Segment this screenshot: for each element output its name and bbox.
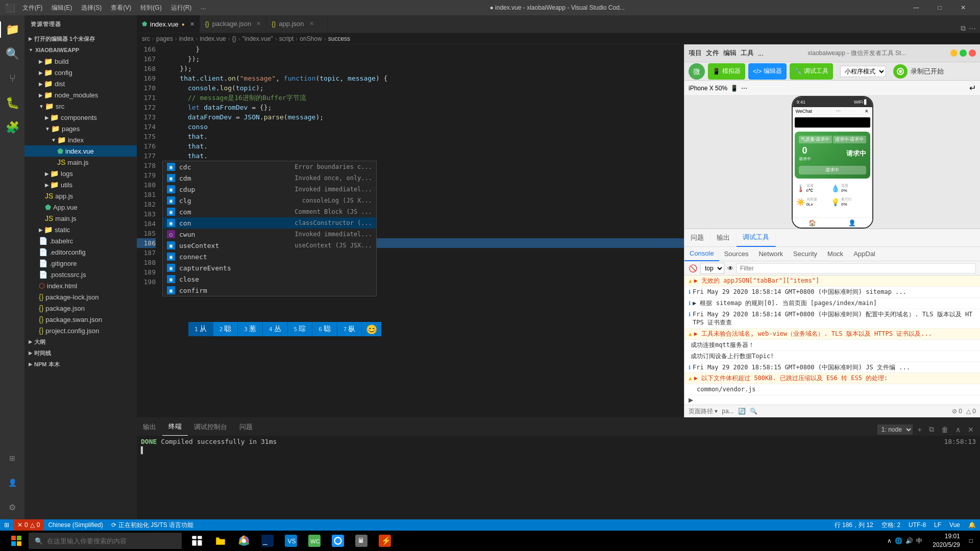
ime-item-3[interactable]: 3葱 xyxy=(238,322,263,336)
console-tab[interactable]: Console xyxy=(684,247,719,261)
mock-tab[interactable]: Mock xyxy=(822,247,848,261)
outline-header[interactable]: ▶大纲 xyxy=(24,336,137,347)
ac-item-cwun[interactable]: ○ cwun Invoked immediatel... xyxy=(163,229,376,240)
terminal-select[interactable]: 1: node xyxy=(877,424,913,435)
reload-icon[interactable]: 🔄 xyxy=(738,408,746,415)
ac-item-captureevents[interactable]: ▣ captureEvents xyxy=(163,262,376,273)
wechat-menu-tools[interactable]: 工具 xyxy=(741,48,754,58)
file-gitignore[interactable]: 📄.gitignore xyxy=(24,258,137,269)
add-terminal-icon[interactable]: + xyxy=(916,423,924,436)
network-tray[interactable]: 🌐 xyxy=(895,537,902,544)
activity-remote[interactable]: ⊞ xyxy=(0,446,24,470)
minimize-button[interactable]: — xyxy=(904,0,928,15)
folder-pages[interactable]: ▼📁pages xyxy=(24,123,137,134)
activity-extensions[interactable]: 🧩 xyxy=(0,115,24,140)
app7-taskbar[interactable] xyxy=(327,531,349,551)
remote-indicator[interactable]: ⊞ xyxy=(0,519,13,531)
collapse-panel-icon[interactable]: ∧ xyxy=(953,423,963,436)
menu-bar[interactable]: 文件(F) 编辑(E) 选择(S) 查看(V) 转到(G) 运行(R) ... xyxy=(18,3,210,13)
tab-index-vue[interactable]: ⬟ index.vue ● ✕ xyxy=(137,15,200,33)
chrome-taskbar[interactable] xyxy=(233,531,255,551)
ime-item-7[interactable]: 7枞 xyxy=(337,322,362,336)
autocomplete-dropdown[interactable]: ▣ cdc Error boundaries c... ▣ cdm Invoke… xyxy=(162,161,377,296)
menu-select[interactable]: 选择(S) xyxy=(77,3,106,13)
taskview-icon[interactable] xyxy=(186,531,208,551)
more-options[interactable]: ⋯ xyxy=(741,85,747,92)
console-filter[interactable] xyxy=(737,263,976,273)
open-editors-header[interactable]: ▶ 打开的编辑器 1个未保存 xyxy=(24,33,137,44)
panel-tab-debug-console[interactable]: 调试控制台 xyxy=(188,418,233,436)
wechat-close[interactable] xyxy=(969,49,976,57)
file-app-js[interactable]: JSapp.js xyxy=(24,190,137,202)
file-index-html[interactable]: ⬡index.html xyxy=(24,280,137,291)
line-ending[interactable]: LF xyxy=(930,519,945,531)
powershell-taskbar[interactable]: _ xyxy=(256,531,279,551)
debug-btn[interactable]: 🔧 调试工具 xyxy=(790,63,833,80)
terminal-content[interactable]: DONE Compiled successfully in 31ms 18:58… xyxy=(137,436,980,519)
ac-item-confirm[interactable]: ▣ confirm xyxy=(163,285,376,296)
tab-actions[interactable]: ⧉ ⋯ xyxy=(957,24,980,33)
file-app-vue[interactable]: ⬟App.vue xyxy=(24,202,137,213)
file-project-config[interactable]: {}project.config.json xyxy=(24,325,137,336)
delete-terminal-icon[interactable]: 🗑 xyxy=(939,423,950,436)
file-package-swan[interactable]: {}package.swan.json xyxy=(24,314,137,325)
folder-src[interactable]: ▼📁src xyxy=(24,101,137,112)
file-package-lock[interactable]: {}package-lock.json xyxy=(24,291,137,303)
menu-run[interactable]: 运行(R) xyxy=(167,3,196,13)
wechat-menu-edit[interactable]: 编辑 xyxy=(723,48,737,58)
tray-arrow[interactable]: ∧ xyxy=(887,537,892,544)
mode-select[interactable]: 小程序模式 xyxy=(840,66,886,77)
activity-git[interactable]: ⑂ xyxy=(0,66,24,91)
tab-package-json[interactable]: {} package.json ✕ xyxy=(200,15,267,33)
language-indicator[interactable]: Chinese (Simplified) xyxy=(44,519,107,531)
js-init-status[interactable]: ⟳ 正在初始化 JS/TS 语言功能 xyxy=(107,519,198,531)
editor-btn[interactable]: </> 编辑器 xyxy=(748,63,787,80)
calculator-taskbar[interactable]: 🖩 xyxy=(350,531,373,551)
file-editorconfig[interactable]: 📄.editorconfig xyxy=(24,246,137,258)
ime-item-5[interactable]: 5琮 xyxy=(288,322,313,336)
wechat-minimize[interactable] xyxy=(950,49,958,57)
ime-emoji[interactable]: 😊 xyxy=(362,324,381,335)
more-tabs-icon[interactable]: ⋯ xyxy=(969,24,976,33)
maximize-button[interactable]: □ xyxy=(928,0,951,15)
clear-console-icon[interactable]: 🚫 xyxy=(689,264,697,272)
log-expand-item[interactable]: ▶ xyxy=(684,395,980,405)
split-terminal-icon[interactable]: ⧉ xyxy=(927,423,936,436)
system-clock[interactable]: 19:01 2020/5/29 xyxy=(928,532,964,549)
simulator-btn[interactable]: 📱 模拟器 xyxy=(708,63,745,80)
file-index-vue[interactable]: ⬟index.vue xyxy=(24,145,137,157)
file-main-js[interactable]: JSmain.js xyxy=(24,157,137,168)
activity-explorer[interactable]: 📁 xyxy=(0,17,24,42)
ac-item-close[interactable]: ▣ close xyxy=(163,273,376,285)
device-icon[interactable]: 📱 xyxy=(730,85,738,92)
devtab-output[interactable]: 输出 xyxy=(710,229,737,247)
window-controls[interactable]: — □ ✕ xyxy=(904,0,975,15)
ac-item-clg[interactable]: ▣ clg consoleLog (JS X... xyxy=(163,195,376,206)
wechat-menu-more[interactable]: ... xyxy=(758,49,764,57)
ac-item-com[interactable]: ▣ com Comment Block (JS ... xyxy=(163,206,376,217)
encoding[interactable]: UTF-8 xyxy=(904,519,930,531)
panel-tab-terminal[interactable]: 终端 xyxy=(162,418,188,436)
file-babelrc[interactable]: 📄.babelrc xyxy=(24,235,137,246)
ac-item-con[interactable]: ▣ con classConstructor (... xyxy=(163,217,376,229)
folder-node-modules[interactable]: ▶📁node_modules xyxy=(24,89,137,101)
page-path[interactable]: pa... xyxy=(722,408,733,415)
ac-item-cdm[interactable]: ▣ cdm Invoked once, only... xyxy=(163,172,376,184)
file-package-json[interactable]: {}package.json xyxy=(24,303,137,314)
wechat-window-controls[interactable] xyxy=(950,49,976,57)
activity-debug[interactable]: 🐛 xyxy=(0,91,24,115)
ac-item-cdup[interactable]: ▣ cdup Invoked immediatel... xyxy=(163,184,376,195)
npm-header[interactable]: ▶NPM 本木 xyxy=(24,359,137,370)
ime-item-2[interactable]: 2聪 xyxy=(213,322,238,336)
wechat-taskbar[interactable]: WC xyxy=(303,531,326,551)
notification-icon[interactable]: □ xyxy=(966,537,976,544)
navigation-back[interactable]: ↵ xyxy=(969,83,976,93)
page-route-label[interactable]: 页面路径 ▾ xyxy=(689,407,718,416)
wechat-menu-project[interactable]: 项目 xyxy=(689,48,702,58)
folder-static[interactable]: ▶📁static xyxy=(24,224,137,235)
menu-view[interactable]: 查看(V) xyxy=(107,3,135,13)
wechat-maximize[interactable] xyxy=(960,49,967,57)
menu-more[interactable]: ... xyxy=(197,3,210,13)
panel-tab-problems[interactable]: 问题 xyxy=(233,418,259,436)
activity-account[interactable]: 👤 xyxy=(0,470,24,495)
